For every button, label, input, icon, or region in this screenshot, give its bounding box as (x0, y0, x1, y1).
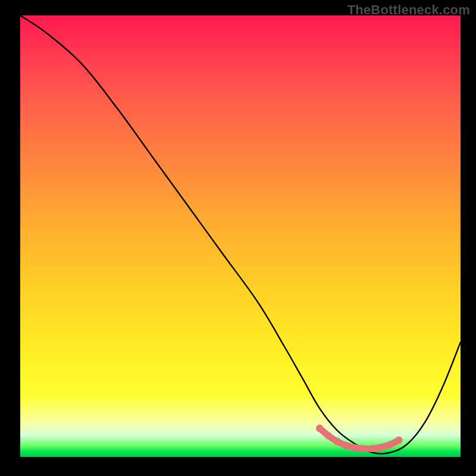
highlight-dot (342, 442, 349, 449)
highlight-dot (360, 445, 367, 452)
highlight-dot (351, 444, 358, 451)
bottleneck-curve-path (20, 15, 461, 454)
plot-area (20, 15, 461, 457)
highlight-dot (369, 445, 376, 452)
attribution-text: TheBottleneck.com (347, 2, 470, 18)
bottleneck-chart: TheBottleneck.com (0, 0, 476, 476)
highlight-dot (386, 441, 393, 448)
highlight-dot (334, 438, 341, 445)
highlight-dot (378, 443, 385, 450)
highlight-dot (316, 425, 323, 432)
curve-layer (20, 15, 461, 457)
highlight-dot (325, 432, 332, 439)
highlight-dot (395, 437, 402, 444)
